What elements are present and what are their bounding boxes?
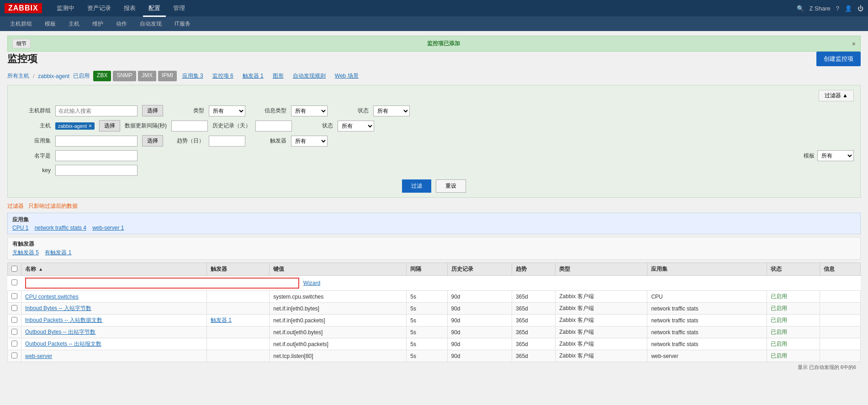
row-checkbox[interactable]: [11, 317, 17, 323]
host-select-btn[interactable]: 选择: [99, 120, 120, 131]
trend-input[interactable]: [209, 136, 245, 147]
status-select-2[interactable]: 所有: [338, 121, 374, 131]
row-checkbox[interactable]: [11, 352, 17, 358]
item-name-link[interactable]: CPU contest.switches: [25, 294, 79, 300]
data-interval-input[interactable]: [171, 121, 208, 131]
app-set-cpu[interactable]: CPU 1: [12, 225, 28, 231]
app-set-network[interactable]: network traffic stats 4: [35, 225, 86, 231]
row-appset: network traffic stats: [647, 303, 767, 315]
th-name[interactable]: 名称 ▲: [21, 263, 207, 276]
close-notification[interactable]: ×: [852, 40, 856, 47]
filter-actions: 过滤 重设: [14, 179, 854, 193]
tab-appset[interactable]: 应用集 3: [179, 71, 207, 81]
row-type: Zabbix 客户端: [556, 303, 647, 315]
key-input[interactable]: [55, 165, 138, 176]
help-btn[interactable]: ?: [836, 5, 839, 12]
item-name-link[interactable]: Inboud Packets -- 入站数据文数: [25, 317, 102, 323]
subnav-maintenance[interactable]: 维护: [87, 18, 109, 30]
no-trigger-link[interactable]: 无触发器 5: [12, 249, 39, 256]
tab-jmx[interactable]: JMX: [138, 71, 156, 81]
select-all-checkbox[interactable]: [11, 266, 17, 272]
notification-bar: 细节 监控项已添加 ×: [7, 36, 861, 52]
trigger-select[interactable]: 所有: [291, 136, 328, 147]
nav-monitor[interactable]: 监测中: [51, 1, 80, 15]
tab-web[interactable]: Web 场景: [331, 71, 362, 81]
create-item-button[interactable]: 创建监控项: [816, 52, 861, 66]
row-checkbox[interactable]: [11, 341, 17, 347]
row-name: web-server: [21, 350, 207, 362]
row-type: Zabbix 客户端: [556, 315, 647, 326]
breadcrumb-all-hosts[interactable]: 所有主机: [7, 72, 29, 80]
item-name-link[interactable]: Inboud Bytes -- 入站字节数: [25, 305, 91, 311]
trigger-link[interactable]: 触发器 1: [211, 317, 232, 323]
item-name-link[interactable]: web-server: [25, 353, 52, 359]
app-set-webserver[interactable]: web-server 1: [92, 225, 124, 231]
row-info: [820, 338, 860, 350]
subnav-discovery[interactable]: 自动发现: [134, 18, 167, 30]
name-input[interactable]: [55, 150, 138, 161]
th-checkbox: [8, 263, 21, 276]
host-tag-remove[interactable]: ×: [89, 123, 92, 129]
breadcrumb-separator: /: [33, 73, 34, 79]
template-select[interactable]: 所有: [817, 150, 854, 161]
tab-discovery[interactable]: 自动发现规则: [289, 71, 329, 81]
subnav-host[interactable]: 主机: [63, 18, 85, 30]
row-key: net.if.in[eth0.bytes]: [270, 303, 407, 315]
item-name-link[interactable]: Outboud Packets -- 出站报文数: [25, 341, 101, 347]
subnav-template[interactable]: 模板: [39, 18, 61, 30]
tab-triggers[interactable]: 触发器 1: [239, 71, 267, 81]
share-btn[interactable]: Z Share: [810, 5, 831, 12]
top-nav-items: 监测中 资产记录 报表 配置 管理: [51, 1, 788, 15]
filter-row-4: 名字是 模板 所有: [14, 150, 854, 161]
row-trigger: [206, 291, 269, 303]
nav-report[interactable]: 报表: [118, 1, 141, 15]
app-section: 应用集 CPU 1 network traffic stats 4 web-se…: [7, 213, 861, 234]
tab-graphs[interactable]: 图形: [269, 71, 287, 81]
host-group-select-btn[interactable]: 选择: [142, 105, 163, 116]
filter-row-2: 主机 zabbix-agent × 选择 数据更新间隔(秒) 历史记录（天） 状…: [14, 120, 854, 131]
tab-snmp[interactable]: SNMP: [113, 71, 136, 81]
breadcrumb-agent[interactable]: zabbix-agent: [38, 73, 69, 79]
wizard-label: Wizard: [303, 280, 320, 286]
power-icon[interactable]: ⏻: [857, 5, 863, 12]
row-checkbox[interactable]: [11, 305, 17, 311]
row-checkbox[interactable]: [11, 293, 17, 299]
search-icon[interactable]: 🔍: [797, 5, 804, 12]
nav-admin[interactable]: 管理: [168, 1, 191, 15]
row-checkbox[interactable]: [11, 329, 17, 335]
tab-enabled[interactable]: 已启用: [73, 72, 90, 80]
app-set-input[interactable]: [55, 136, 138, 147]
subnav-action[interactable]: 动作: [111, 18, 132, 30]
row-type: Zabbix 客户端: [556, 338, 647, 350]
logo: ZABBIX: [5, 3, 42, 13]
row-info: [820, 350, 860, 362]
row-info: [820, 303, 860, 315]
tab-items[interactable]: 监控项 6: [209, 71, 237, 81]
subnav-itservice[interactable]: IT服务: [169, 18, 196, 30]
filter-row-3: 应用集 选择 趋势（日） 触发器 所有: [14, 135, 854, 147]
trigger-section: 有触发器 无触发器 5 有触发器 1: [7, 237, 861, 260]
reset-filter-button[interactable]: 重设: [436, 179, 466, 193]
apply-filter-button[interactable]: 过滤: [402, 179, 431, 193]
user-icon[interactable]: 👤: [845, 5, 852, 12]
detail-button[interactable]: 细节: [12, 39, 31, 48]
app-set-select-btn[interactable]: 选择: [142, 135, 163, 147]
nav-assets[interactable]: 资产记录: [82, 1, 116, 15]
item-name-link[interactable]: Outboud Bytes -- 出站字节数: [25, 329, 95, 335]
row-checkbox-cell: [8, 291, 21, 303]
nav-config[interactable]: 配置: [143, 1, 166, 15]
subnav-hostgroup[interactable]: 主机群组: [5, 18, 37, 30]
has-trigger-link[interactable]: 有触发器 1: [45, 249, 71, 256]
sort-arrow-name: ▲: [38, 267, 43, 272]
type-select[interactable]: 所有: [209, 105, 245, 116]
status-select-1[interactable]: 所有: [373, 105, 410, 116]
history-input[interactable]: [255, 121, 292, 131]
host-group-input[interactable]: [55, 105, 138, 116]
wizard-search-input[interactable]: [25, 278, 299, 289]
row-interval: 5s: [407, 315, 447, 326]
tab-ipmi[interactable]: IPMI: [158, 71, 177, 81]
info-type-select[interactable]: 所有: [291, 105, 328, 116]
tab-zbx[interactable]: ZBX: [93, 71, 111, 81]
filter-toggle-button[interactable]: 过滤器 ▲: [819, 90, 854, 101]
wizard-checkbox[interactable]: [11, 279, 17, 285]
